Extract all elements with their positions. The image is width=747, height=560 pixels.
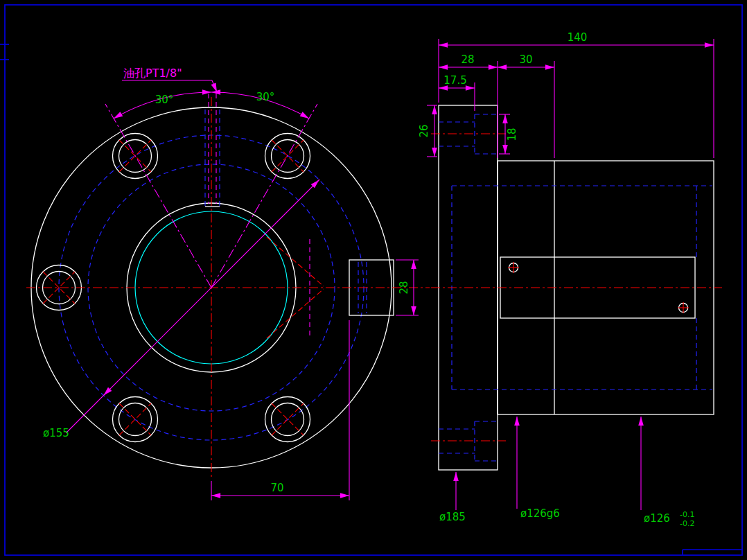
flange-dia-callout: ø185: [439, 472, 466, 523]
cad-viewer: 30° 30° 油孔PT1/8" ø155 70 28: [0, 0, 747, 560]
front-view: 30° 30° 油孔PT1/8" ø155 70 28: [26, 67, 430, 500]
step-length-label: 30: [519, 53, 532, 66]
flange-dia-label: ø185: [439, 511, 466, 523]
key-offset-label: 70: [270, 482, 283, 494]
key-offset-dimension: 70: [211, 320, 349, 500]
cad-canvas: 30° 30° 油孔PT1/8" ø155 70 28: [0, 0, 747, 560]
hole-dia-label: 18: [506, 128, 518, 141]
bolt-circle-dimension: ø155: [43, 180, 319, 439]
centerlines-side: [431, 134, 722, 441]
centerlines-front: [26, 97, 430, 480]
key-width-label: 28: [398, 281, 410, 294]
extension-lines-side: [439, 39, 714, 158]
flange-thickness-label: 28: [461, 53, 474, 66]
bore-tol-upper: -0.1: [680, 510, 694, 519]
oil-hole-slot: [205, 94, 220, 207]
flange-thickness-dimension: 28: [439, 53, 498, 67]
overall-length-dimension: 140: [439, 31, 714, 45]
bore-tol-lower: -0.2: [680, 519, 694, 528]
counterbore-depth-dimension: 17.5: [439, 74, 475, 88]
angle-right-label: 30°: [256, 91, 275, 103]
step-length-dimension: 30: [498, 53, 554, 67]
side-view: 140 28 30 17.5 26 18: [418, 31, 722, 528]
bore-dia-callout: ø126 -0.1 -0.2: [641, 417, 694, 528]
bore-dia-label: ø126: [644, 512, 670, 525]
edge-distance-dimension: 26: [418, 105, 437, 157]
bolt-circle-label: ø155: [43, 427, 69, 439]
drawing-frame: [0, 5, 742, 555]
spigot-dia-label: ø126g6: [520, 507, 560, 520]
counterbore-depth-label: 17.5: [443, 74, 466, 87]
oil-hole-label: 油孔PT1/8": [123, 67, 182, 80]
spigot-dia-callout: ø126g6: [517, 417, 560, 520]
edge-distance-label: 26: [418, 124, 430, 137]
oil-hole-callout: 油孔PT1/8": [122, 67, 217, 92]
angle-left-label: 30°: [155, 94, 174, 106]
overall-length-label: 140: [568, 31, 588, 44]
